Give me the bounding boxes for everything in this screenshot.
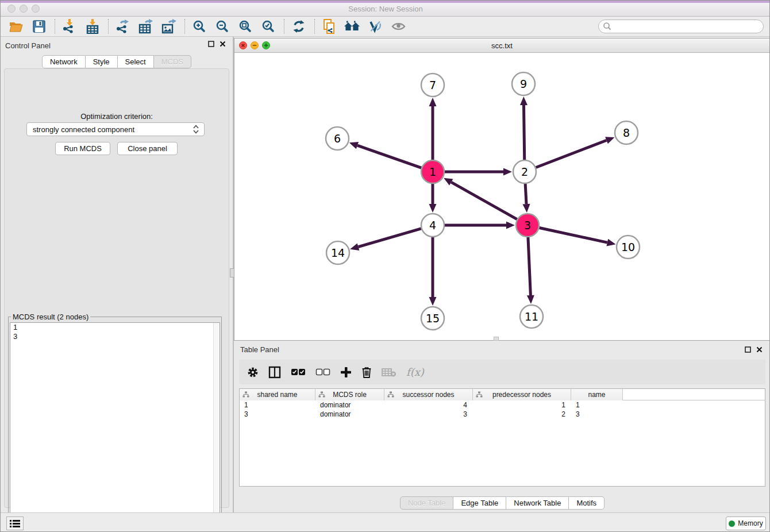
graph-node-label: 3: [524, 219, 531, 232]
delete-column-button[interactable]: [361, 366, 372, 378]
cell-name[interactable]: 3: [571, 410, 623, 419]
column-header-name[interactable]: name: [571, 389, 623, 400]
column-header-successor-nodes[interactable]: successor nodes: [384, 389, 473, 400]
unselect-all-columns-button[interactable]: [315, 368, 330, 376]
float-panel-icon[interactable]: [745, 346, 751, 353]
tab-edge-table[interactable]: Edge Table: [453, 496, 506, 510]
export-table-button[interactable]: [136, 18, 156, 35]
tab-network-table[interactable]: Network Table: [506, 496, 569, 510]
export-image-button[interactable]: [159, 18, 179, 35]
graph-node-6[interactable]: 6: [326, 127, 349, 150]
hierarchy-icon: [242, 391, 249, 398]
graph-edge-3-10[interactable]: [540, 228, 607, 242]
import-network-icon: [62, 19, 77, 34]
table-row[interactable]: 3 dominator 3 2 3: [240, 410, 765, 419]
result-scrollbar[interactable]: [213, 323, 220, 524]
criterion-select[interactable]: strongly connected component: [26, 122, 205, 136]
save-session-button[interactable]: [29, 18, 49, 35]
search-box[interactable]: [598, 20, 764, 33]
hierarchy-icon: [476, 391, 483, 398]
column-header-predecessor-nodes[interactable]: predecessor nodes: [473, 389, 571, 400]
graph-edge-3-1[interactable]: [451, 182, 517, 219]
graph-node-8[interactable]: 8: [615, 121, 638, 144]
zoom-out-button[interactable]: [213, 18, 232, 35]
cell-name[interactable]: 1: [571, 400, 623, 410]
import-network-button[interactable]: [60, 18, 79, 35]
memory-status-dot: [729, 521, 735, 527]
graph-node-2[interactable]: 2: [513, 160, 536, 183]
table-settings-button[interactable]: [247, 367, 259, 378]
zoom-selected-button[interactable]: [259, 18, 278, 35]
save-icon: [33, 20, 45, 33]
cell-mcds-role[interactable]: dominator: [315, 400, 384, 410]
import-table-button[interactable]: [83, 18, 102, 35]
cell-successor-nodes[interactable]: 3: [384, 410, 473, 419]
graph-edge-2-9[interactable]: [523, 105, 524, 160]
trash-icon: [361, 366, 372, 378]
export-network-button[interactable]: [113, 18, 133, 35]
horizontal-divider-handle[interactable]: [494, 337, 499, 341]
graph-node-3[interactable]: 3: [516, 214, 539, 237]
table-panel-tabs: Node Table Edge Table Network Table Moti…: [234, 496, 770, 510]
graph-edge-2-3[interactable]: [525, 184, 526, 204]
cell-predecessor-nodes[interactable]: 1: [473, 400, 571, 410]
tab-select[interactable]: Select: [118, 55, 154, 68]
apply-layout-button[interactable]: [289, 18, 309, 35]
search-input[interactable]: [612, 21, 763, 32]
show-hide-button[interactable]: [388, 18, 408, 35]
graph-node-1[interactable]: 1: [421, 160, 444, 183]
graph-node-7[interactable]: 7: [421, 74, 444, 97]
hide-graphics-details-button[interactable]: [365, 18, 385, 35]
close-panel-button[interactable]: Close panel: [117, 142, 178, 155]
close-panel-icon[interactable]: [220, 41, 226, 47]
toolbar-separator: [284, 19, 284, 34]
node-table: shared name MCDS role successor nodes pr…: [239, 388, 765, 487]
float-panel-icon[interactable]: [208, 41, 214, 47]
tab-motifs[interactable]: Motifs: [569, 496, 605, 510]
clone-network-button[interactable]: [319, 18, 339, 35]
table-row[interactable]: 1 dominator 4 1 1: [240, 400, 765, 410]
create-column-button[interactable]: [340, 367, 352, 378]
graph-edge-1-6[interactable]: [357, 145, 421, 168]
open-session-button[interactable]: [6, 18, 26, 35]
graph-node-4[interactable]: 4: [421, 214, 444, 237]
graph-node-15[interactable]: 15: [421, 307, 444, 330]
graph[interactable]: 7968124314101511: [234, 53, 769, 340]
select-all-columns-button[interactable]: [291, 368, 306, 376]
toggle-panes-button[interactable]: [268, 366, 281, 379]
mcds-result-text[interactable]: 1 3: [10, 322, 220, 525]
graph-edge-2-8[interactable]: [536, 140, 607, 167]
column-header-shared-name[interactable]: shared name: [240, 389, 315, 400]
cell-successor-nodes[interactable]: 4: [384, 400, 473, 410]
tab-mcds[interactable]: MCDS: [154, 55, 191, 68]
delete-table-button-disabled: [382, 367, 396, 377]
home-view-button[interactable]: [342, 18, 362, 35]
cell-predecessor-nodes[interactable]: 2: [473, 410, 571, 419]
cell-shared-name[interactable]: 3: [240, 410, 315, 419]
network-frame-titlebar[interactable]: scc.txt: [234, 38, 769, 53]
graph-edge-4-14[interactable]: [359, 229, 421, 247]
graph-node-10[interactable]: 10: [617, 236, 640, 259]
close-panel-icon[interactable]: [756, 346, 763, 353]
memory-button[interactable]: Memory: [726, 516, 766, 530]
graph-node-label: 15: [426, 312, 440, 325]
zoom-fit-button[interactable]: [236, 18, 255, 35]
graph-edge-3-11[interactable]: [528, 237, 530, 295]
network-canvas[interactable]: 7968124314101511: [234, 53, 769, 340]
cell-shared-name[interactable]: 1: [240, 400, 315, 410]
graph-node-9[interactable]: 9: [512, 72, 535, 95]
zoom-in-button[interactable]: [190, 18, 209, 35]
cell-mcds-role[interactable]: dominator: [315, 410, 384, 419]
graph-node-14[interactable]: 14: [326, 241, 349, 264]
graph-node-label: 6: [334, 132, 341, 145]
tab-style[interactable]: Style: [86, 55, 118, 68]
tab-node-table[interactable]: Node Table: [400, 496, 454, 510]
graph-node-label: 7: [429, 79, 436, 91]
zoom-out-icon: [216, 20, 229, 33]
graph-node-11[interactable]: 11: [520, 305, 543, 328]
run-mcds-button[interactable]: Run MCDS: [55, 142, 110, 155]
task-history-button[interactable]: [6, 516, 24, 530]
control-panel-title: Control Panel: [5, 41, 51, 50]
tab-network[interactable]: Network: [42, 55, 86, 68]
column-header-mcds-role[interactable]: MCDS role: [315, 389, 384, 400]
